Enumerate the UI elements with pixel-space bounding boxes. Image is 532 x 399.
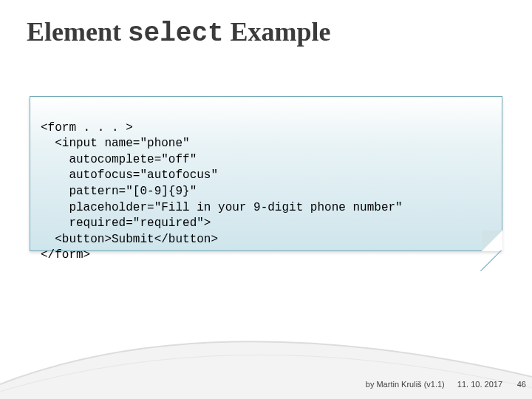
slide: Element select Example <form . . . > <in… (0, 0, 532, 399)
code-content: <form . . . > <input name="phone" autoco… (41, 121, 403, 262)
footer-date: 11. 10. 2017 (457, 380, 502, 389)
footer: by Martin Kruliš (v1.1) 11. 10. 2017 (355, 380, 502, 389)
code-box: <form . . . > <input name="phone" autoco… (30, 96, 502, 251)
title-word-element: Element (27, 17, 128, 47)
footer-author: by Martin Kruliš (v1.1) (366, 380, 445, 389)
title-word-select: select (128, 18, 224, 49)
code-box-wrap: <form . . . > <input name="phone" autoco… (30, 96, 502, 251)
page-number: 46 (517, 380, 526, 389)
slide-title: Element select Example (27, 16, 331, 49)
page-corner-fold-icon (482, 231, 502, 251)
title-word-example: Example (224, 17, 331, 47)
